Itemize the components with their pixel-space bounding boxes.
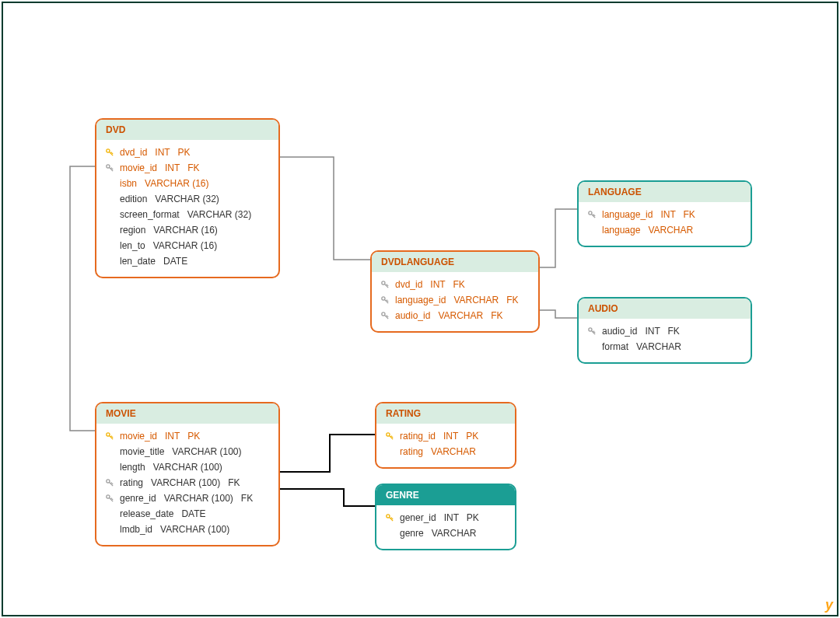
column-row: isbn VARCHAR (16): [104, 176, 271, 191]
column-text: movie_id INT PK: [120, 430, 200, 442]
column-row: language VARCHAR: [586, 222, 743, 238]
column-row: gener_id INT PK: [384, 510, 507, 525]
column-text: isbn VARCHAR (16): [120, 177, 208, 190]
entity-rating-body: rating_id INT PKrating VARCHAR: [376, 424, 515, 467]
foreign-key-icon: [104, 494, 115, 502]
column-text: dvd_id INT FK: [395, 278, 465, 291]
column-text: rating VARCHAR: [400, 445, 476, 458]
primary-key-icon: [384, 432, 395, 440]
column-row: audio_id INT FK: [586, 323, 743, 339]
column-row: edition VARCHAR (32): [104, 191, 271, 207]
column-row: rating VARCHAR (100) FK: [104, 475, 271, 491]
foreign-key-icon: [380, 281, 390, 288]
entity-rating-title: RATING: [376, 403, 515, 424]
column-text: audio_id VARCHAR FK: [395, 309, 503, 322]
foreign-key-icon: [104, 479, 115, 487]
entity-movie-title: MOVIE: [96, 403, 278, 424]
entity-dvdlanguage-body: dvd_id INT FK language_id VARCHAR FK aud…: [372, 272, 538, 331]
column-text: dvd_id INT PK: [120, 146, 191, 159]
column-row: screen_format VARCHAR (32): [104, 207, 271, 222]
column-row: len_date DATE: [104, 253, 271, 269]
entity-dvd-title: DVD: [96, 120, 278, 140]
column-text: edition VARCHAR (32): [120, 193, 219, 205]
entity-audio-body: audio_id INT FKformat VARCHAR: [579, 319, 751, 362]
column-text: genre_id VARCHAR (100) FK: [120, 492, 253, 505]
primary-key-icon: [384, 514, 395, 522]
column-row: movie_title VARCHAR (100): [104, 444, 271, 459]
entity-language-title: LANGUAGE: [579, 182, 751, 202]
foreign-key-icon: [586, 327, 597, 335]
entity-movie-body: movie_id INT PKmovie_title VARCHAR (100)…: [96, 424, 278, 545]
entity-rating[interactable]: RATING rating_id INT PKrating VARCHAR: [375, 402, 516, 469]
entity-language-body: language_id INT FKlanguage VARCHAR: [579, 202, 751, 246]
column-text: region VARCHAR (16): [120, 224, 218, 236]
column-text: len_date DATE: [120, 255, 187, 267]
column-row: lmdb_id VARCHAR (100): [104, 522, 271, 537]
column-row: len_to VARCHAR (16): [104, 238, 271, 253]
column-text: language_id VARCHAR FK: [395, 294, 519, 306]
entity-movie[interactable]: MOVIE movie_id INT PKmovie_title VARCHAR…: [95, 402, 280, 546]
column-row: rating VARCHAR: [384, 444, 507, 459]
column-text: genre VARCHAR: [400, 527, 476, 539]
column-row: dvd_id INT PK: [104, 145, 271, 160]
diagram-frame: DVD dvd_id INT PK movie_id INT FKisbn VA…: [2, 2, 838, 616]
entity-dvdlanguage-title: DVDLANGUAGE: [372, 252, 538, 272]
foreign-key-icon: [380, 312, 390, 319]
column-text: lmdb_id VARCHAR (100): [120, 523, 229, 536]
column-text: movie_id INT FK: [120, 162, 199, 174]
column-text: format VARCHAR: [602, 340, 681, 353]
watermark: y: [825, 597, 832, 613]
column-text: length VARCHAR (100): [120, 461, 222, 473]
column-text: rating_id INT PK: [400, 430, 478, 442]
column-row: movie_id INT FK: [104, 160, 271, 176]
column-text: rating VARCHAR (100) FK: [120, 477, 240, 489]
entity-audio-title: AUDIO: [579, 299, 751, 319]
column-text: language_id INT FK: [602, 208, 695, 221]
column-row: genre VARCHAR: [384, 525, 507, 541]
entity-audio[interactable]: AUDIO audio_id INT FKformat VARCHAR: [577, 297, 752, 364]
column-text: screen_format VARCHAR (32): [120, 208, 251, 221]
column-row: language_id VARCHAR FK: [380, 292, 530, 308]
column-text: audio_id INT FK: [602, 325, 680, 337]
column-row: rating_id INT PK: [384, 428, 507, 444]
column-text: language VARCHAR: [602, 224, 693, 236]
column-row: release_date DATE: [104, 506, 271, 522]
entity-genre[interactable]: GENRE gener_id INT PKgenre VARCHAR: [375, 484, 516, 550]
column-row: dvd_id INT FK: [380, 277, 530, 292]
column-text: movie_title VARCHAR (100): [120, 445, 242, 458]
entity-language[interactable]: LANGUAGE language_id INT FKlanguage VARC…: [577, 180, 752, 247]
column-row: language_id INT FK: [586, 207, 743, 222]
entity-dvd-body: dvd_id INT PK movie_id INT FKisbn VARCHA…: [96, 140, 278, 277]
primary-key-icon: [104, 148, 115, 156]
column-row: movie_id INT PK: [104, 428, 271, 444]
foreign-key-icon: [104, 164, 115, 172]
column-row: length VARCHAR (100): [104, 459, 271, 475]
entity-genre-body: gener_id INT PKgenre VARCHAR: [376, 505, 515, 549]
column-row: audio_id VARCHAR FK: [380, 308, 530, 323]
column-text: gener_id INT PK: [400, 512, 479, 524]
foreign-key-icon: [586, 211, 597, 218]
column-row: region VARCHAR (16): [104, 222, 271, 238]
column-text: len_to VARCHAR (16): [120, 239, 217, 252]
column-row: genre_id VARCHAR (100) FK: [104, 491, 271, 506]
column-text: release_date DATE: [120, 508, 206, 520]
primary-key-icon: [104, 432, 115, 440]
foreign-key-icon: [380, 296, 390, 304]
entity-dvd[interactable]: DVD dvd_id INT PK movie_id INT FKisbn VA…: [95, 118, 280, 278]
entity-genre-title: GENRE: [376, 485, 515, 505]
column-row: format VARCHAR: [586, 339, 743, 354]
entity-dvdlanguage[interactable]: DVDLANGUAGE dvd_id INT FK language_id VA…: [370, 250, 540, 333]
